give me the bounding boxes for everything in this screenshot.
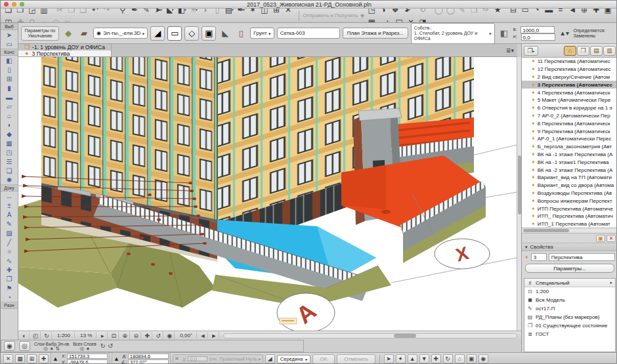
zone-tool-icon[interactable]: ◳: [2, 148, 16, 157]
toolbar-icon[interactable]: ✒: [129, 9, 140, 16]
view-list-item[interactable]: ✦Б_пергола_аксонометрия (Авт: [522, 143, 617, 151]
toolbar-icon[interactable]: ▥: [38, 9, 50, 16]
toolbar-icon[interactable]: ✚: [590, 9, 602, 16]
toolbar-icon[interactable]: ✒▾: [235, 9, 247, 16]
toolbar-icon[interactable]: ★: [492, 9, 503, 16]
toolbar-icon[interactable]: ✕: [405, 16, 417, 24]
toolbar-icon[interactable]: ❒: [468, 9, 480, 16]
object-tool-icon[interactable]: ❏: [2, 166, 16, 175]
orbit-icon[interactable]: ↻: [42, 332, 52, 340]
settings-button[interactable]: Параметры...: [525, 264, 614, 273]
toolbar-icon[interactable]: ❑: [77, 9, 89, 16]
beam-tool-icon[interactable]: ▬: [2, 92, 16, 102]
geometry-slant-button[interactable]: ◢: [150, 26, 165, 41]
filter-combo[interactable]: ◉Эл-ты,_-ели.3D▸: [93, 28, 148, 39]
toolbar-icon[interactable]: ↷: [101, 9, 113, 16]
view-list-item[interactable]: ✦8 Перспектива (Автоматическ: [522, 119, 617, 127]
view-list-item[interactable]: ✦Воздуховоды Перспектива (Ав: [522, 190, 617, 197]
toolbar-icon[interactable]: ⌐: [38, 16, 50, 24]
view-list-item[interactable]: ✦2 Вид сверху/Сечение (Автом: [522, 73, 617, 81]
view-list-item[interactable]: ✦3 Перспектива (Автоматичес: [522, 81, 617, 89]
toolbar-icon[interactable]: ⊟: [507, 9, 519, 16]
element-id-field[interactable]: Сетка-003: [277, 28, 340, 39]
ok-button[interactable]: OK: [312, 354, 335, 364]
toolbar-icon[interactable]: ◗: [200, 9, 211, 16]
geometry-box-button[interactable]: ▣: [202, 26, 216, 41]
target-icon[interactable]: ◉: [479, 354, 488, 363]
quick-option-row[interactable]: ▤РД_Планы (без маркеров): [524, 313, 615, 321]
box-mode-icon[interactable]: ▣: [467, 354, 477, 363]
stair-tool-icon[interactable]: ☰: [2, 157, 16, 166]
toolbar-icon[interactable]: ◳: [366, 9, 377, 16]
show-all-eye-icon[interactable]: ◉: [4, 341, 15, 351]
up-icon[interactable]: ▲: [408, 354, 417, 363]
toolbar-icon[interactable]: ▤▾: [223, 9, 235, 16]
view-id-field[interactable]: 3: [531, 253, 547, 261]
toolbar-icon[interactable]: =: [555, 9, 566, 16]
toolbar-icon[interactable]: ⚲: [117, 9, 129, 16]
spline-tool-icon[interactable]: ∿: [2, 256, 16, 265]
zoom-indicator[interactable]: 13 %: [76, 333, 96, 338]
toolbar-icon[interactable]: ◑: [377, 9, 389, 16]
redo-layers-icon[interactable]: ↻: [100, 342, 106, 350]
viewport-canvas[interactable]: Х А: [18, 57, 517, 331]
toolbar-icon[interactable]: ◱: [393, 16, 405, 24]
angle-field[interactable]: 327,02°: [128, 359, 169, 364]
fit-icon[interactable]: ◰: [31, 332, 41, 340]
view-list-item[interactable]: ✦6 Отверстия в коридоре на 1 э: [522, 104, 617, 112]
element-preview-icon[interactable]: ◆: [62, 27, 75, 40]
morph-tool-icon[interactable]: ◆: [2, 129, 16, 138]
view-list-item[interactable]: ✦ВК на -2 этаже Перспектива (А: [522, 166, 617, 174]
toolbar-icon[interactable]: ◧▾: [176, 9, 188, 16]
add-origin-icon[interactable]: ✚: [39, 354, 49, 363]
toolbar-icon[interactable]: ✂: [54, 9, 66, 16]
y-coordinate-field[interactable]: -98478,6: [67, 359, 108, 364]
bottom-value-field[interactable]: 0,0: [521, 33, 555, 41]
view-list-item[interactable]: ✦ИТП_ Перспектива (Автоматич: [522, 212, 617, 220]
toolbar-icon[interactable]: ▯: [211, 9, 223, 16]
rotate-mode-icon[interactable]: ↻: [443, 354, 453, 363]
toolbar-icon[interactable]: ❖: [389, 9, 401, 16]
material-icon[interactable]: ▯: [234, 27, 247, 40]
toolbar-icon[interactable]: ◯: [444, 9, 456, 16]
send-receive-button[interactable]: Отправить и Получить: [303, 12, 358, 18]
layer-swap-icon[interactable]: ⇅: [55, 346, 60, 351]
view-list-item[interactable]: ✦ИТП Перспектива (Автоматиче: [522, 205, 617, 212]
toolbar-icon[interactable]: ◕▾: [401, 9, 413, 16]
reference-level-combo[interactable]: отн. Проектный Нуль ▸: [209, 356, 261, 362]
toolbar-icon[interactable]: ✕: [282, 9, 294, 16]
view-tab[interactable]: ❒-1. 1 уровень ДОУ и ОФИСа: [18, 44, 112, 51]
cancel-button[interactable]: Отменить: [337, 354, 375, 364]
toolbar-icon[interactable]: ◲: [26, 9, 38, 16]
view-list-item[interactable]: ✦7 АР-0_2 (Автоматически Пер: [522, 112, 617, 120]
geometry-poly-button[interactable]: ◇: [184, 26, 199, 41]
dimension-tool-icon[interactable]: ↔: [2, 192, 16, 201]
view-list-item[interactable]: ✦Вопросы инженерам Перспект: [522, 197, 617, 205]
view-list-item[interactable]: ✦5 Макет (Автоматически Пере: [522, 96, 617, 104]
view-list-item[interactable]: ✦9 Перспектива (Автоматическ: [522, 127, 617, 135]
surface-icon[interactable]: ◣: [219, 27, 232, 40]
quick-option-row[interactable]: ⊡1:200: [524, 287, 615, 296]
toolbar-icon[interactable]: ⊞: [270, 9, 282, 16]
home-story-combo[interactable]: Собств.:1. Стилобат, 2 уровень ДОУ и ОФИ…: [411, 23, 495, 44]
view-list-item[interactable]: ✦11 Перспектива (Автоматичес: [522, 58, 617, 66]
toolbar-icon[interactable]: ◰: [3, 16, 14, 24]
home-icon[interactable]: ⌂: [455, 354, 465, 363]
toolbar-icon[interactable]: ❐: [66, 9, 77, 16]
toolbar-icon[interactable]: ▭: [519, 9, 531, 16]
zoom-box-icon[interactable]: ⊡: [109, 332, 119, 340]
pan-icon[interactable]: ✚: [142, 332, 152, 340]
navigator-popup-icon[interactable]: ❒▸: [524, 46, 538, 56]
window-tool-icon[interactable]: ⊞: [2, 74, 16, 83]
quick-option-row[interactable]: ❐01 Существующее состояние: [524, 321, 615, 330]
all-lock-icon[interactable]: ●: [87, 346, 90, 351]
toolbar-icon[interactable]: ⚲: [26, 16, 38, 24]
down-icon[interactable]: ▼: [419, 354, 429, 363]
grid-snap-icon[interactable]: ▦: [15, 354, 25, 363]
previous-zoom-icon[interactable]: ◄: [198, 332, 208, 340]
viewport-hscrollbar[interactable]: [223, 333, 517, 338]
quick-option-row[interactable]: ≣ГОСТ: [524, 330, 615, 338]
panel-extra-icon[interactable]: ▣: [596, 235, 605, 242]
view-tab[interactable]: ✦3 Перспектива: [18, 51, 112, 57]
tab-overflow-icon[interactable]: ≣▾: [503, 44, 517, 56]
